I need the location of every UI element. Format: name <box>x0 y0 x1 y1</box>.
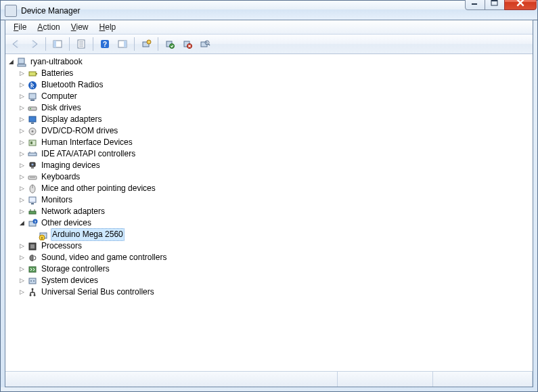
expand-toggle-icon[interactable]: ▷ <box>16 286 27 298</box>
tree-node-label: Monitors <box>40 194 74 206</box>
tree-category[interactable]: ▷ IDE ATA/ATAPI controllers <box>5 148 533 160</box>
expand-toggle-icon[interactable]: ▷ <box>16 91 27 102</box>
device-tree[interactable]: ◢ ryan-ultrabook ▷ Batteries ▷ Bluetooth… <box>5 54 533 371</box>
expand-toggle-icon[interactable]: ▷ <box>16 148 27 160</box>
tree-category[interactable]: ▷ Bluetooth Radios <box>5 79 533 91</box>
tree-category[interactable]: ▷ Processors <box>5 240 533 252</box>
expand-toggle-icon[interactable]: ▷ <box>16 171 27 183</box>
tree-device[interactable]: ! Arduino Mega 2560 <box>5 229 533 240</box>
tree-category[interactable]: ▷ Computer <box>5 91 533 102</box>
unknown-device-icon: ! <box>38 230 49 240</box>
properties-button[interactable] <box>73 36 89 52</box>
disable-button[interactable] <box>179 36 196 52</box>
expand-toggle-icon[interactable]: ▷ <box>16 79 27 91</box>
category-icon <box>27 183 38 194</box>
action-button[interactable] <box>114 36 131 52</box>
tree-category[interactable]: ▷ Batteries <box>5 68 533 79</box>
svg-rect-2 <box>491 0 497 1</box>
tree-category[interactable]: ▷ Sound, video and game controllers <box>5 252 533 263</box>
category-icon <box>27 253 38 263</box>
menu-view[interactable]: View <box>66 21 94 33</box>
tree-category[interactable]: ▷ Monitors <box>5 194 533 206</box>
scan-hardware-icon <box>200 39 210 49</box>
device-manager-window: Device Manager File Action View Help <box>0 0 538 392</box>
expand-toggle-icon[interactable]: ▷ <box>16 68 27 79</box>
forward-arrow-icon <box>28 39 39 49</box>
tree-pane-icon <box>52 39 63 49</box>
tree-root[interactable]: ◢ ryan-ultrabook <box>5 56 533 68</box>
svg-rect-12 <box>124 41 127 47</box>
expand-toggle-icon[interactable]: ▷ <box>16 183 27 194</box>
expand-toggle-icon[interactable]: ▷ <box>16 137 27 148</box>
help-button[interactable]: ? <box>97 36 113 52</box>
svg-rect-29 <box>28 107 37 110</box>
tree-category[interactable]: ▷ Mice and other pointing devices <box>5 183 533 194</box>
menu-help[interactable]: Help <box>94 21 122 33</box>
back-button[interactable] <box>8 36 24 52</box>
svg-line-21 <box>208 44 210 45</box>
show-hide-tree-button[interactable] <box>49 36 66 52</box>
status-cell-1 <box>5 372 338 387</box>
tree-node-label: Mice and other pointing devices <box>40 183 157 194</box>
tree-category[interactable]: ▷ Imaging devices <box>5 160 533 171</box>
tree-category[interactable]: ▷ Universal Serial Bus controllers <box>5 286 533 298</box>
forward-button[interactable] <box>26 36 42 52</box>
expand-toggle-icon[interactable]: ▷ <box>16 194 27 206</box>
category-icon <box>27 103 38 114</box>
category-icon <box>27 149 38 160</box>
menu-action[interactable]: Action <box>32 21 65 33</box>
tree-category[interactable]: ▷ Storage controllers <box>5 263 533 275</box>
tree-category[interactable]: ▷ Network adapters <box>5 206 533 217</box>
tree-category[interactable]: ▷ System devices <box>5 275 533 286</box>
tree-node-label: System devices <box>40 275 99 286</box>
window-title: Device Manager <box>21 6 466 16</box>
expand-toggle-icon[interactable]: ▷ <box>16 275 27 286</box>
uninstall-button[interactable] <box>162 36 178 52</box>
category-icon <box>27 68 38 79</box>
maximize-icon <box>491 0 499 6</box>
minimize-button[interactable] <box>465 0 485 10</box>
expand-toggle-icon[interactable]: ▷ <box>16 252 27 263</box>
tree-category[interactable]: ▷ Disk drives <box>5 102 533 114</box>
expand-toggle-icon[interactable]: ▷ <box>16 102 27 114</box>
expand-toggle-icon[interactable]: ◢ <box>16 217 27 229</box>
tree-category[interactable]: ▷ Human Interface Devices <box>5 137 533 148</box>
svg-rect-24 <box>29 72 36 76</box>
svg-point-16 <box>170 44 175 49</box>
help-icon: ? <box>99 39 110 49</box>
expand-toggle-icon[interactable]: ▷ <box>16 125 27 137</box>
frame-bottom <box>0 387 538 392</box>
expand-toggle-icon[interactable]: ▷ <box>16 263 27 275</box>
tree-category[interactable]: ◢ ? Other devices <box>5 217 533 229</box>
titlebar[interactable]: Device Manager <box>0 0 538 20</box>
expand-toggle-icon[interactable]: ▷ <box>16 206 27 217</box>
expand-toggle-icon[interactable]: ▷ <box>16 160 27 171</box>
toolbar-separator-1 <box>45 37 46 51</box>
uninstall-icon <box>164 39 175 49</box>
update-driver-button[interactable] <box>138 36 154 52</box>
svg-point-30 <box>30 108 31 109</box>
category-icon: ? <box>27 218 38 229</box>
tree-node-label: Human Interface Devices <box>40 137 134 148</box>
category-icon <box>27 172 38 183</box>
svg-rect-49 <box>29 211 36 214</box>
svg-rect-61 <box>29 278 36 284</box>
tree-category[interactable]: ▷ DVD/CD-ROM drives <box>5 125 533 137</box>
tree-category[interactable]: ▷ Display adapters <box>5 114 533 125</box>
expand-toggle-icon[interactable]: ▷ <box>16 240 27 252</box>
tree-category[interactable]: ▷ Keyboards <box>5 171 533 183</box>
tree-node-label: Computer <box>40 91 79 102</box>
close-button[interactable] <box>504 0 537 10</box>
svg-rect-23 <box>18 64 26 66</box>
tree-node-label: DVD/CD-ROM drives <box>40 125 119 137</box>
maximize-button[interactable] <box>485 0 505 10</box>
client-area: File Action View Help ? ◢ ryan-ultraboo <box>5 20 533 387</box>
expand-toggle-icon[interactable]: ◢ <box>5 56 16 68</box>
tree-node-label: Keyboards <box>40 171 81 183</box>
expand-toggle-icon[interactable]: ▷ <box>16 114 27 125</box>
scan-hardware-button[interactable] <box>197 36 213 52</box>
update-driver-icon <box>141 39 152 49</box>
menu-action-label: ction <box>43 22 60 32</box>
menu-file[interactable]: File <box>8 21 32 33</box>
tree-node-label: Disk drives <box>40 102 83 114</box>
